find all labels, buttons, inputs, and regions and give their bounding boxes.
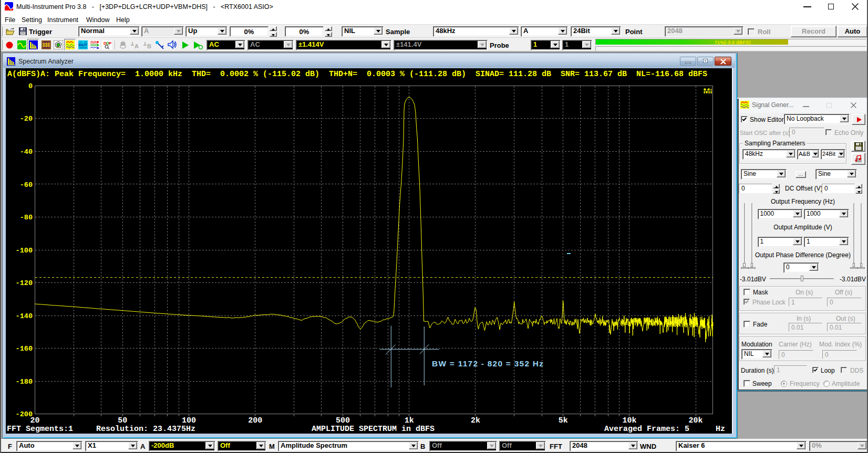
svg-text:FFT Segments:1: FFT Segments:1 — [7, 425, 73, 434]
svg-text:P: P — [109, 41, 112, 46]
svg-text:-140: -140 — [16, 312, 33, 320]
svg-text:20: 20 — [30, 416, 39, 425]
svg-text:-60: -60 — [20, 181, 33, 189]
svg-text:888: 888 — [43, 42, 50, 49]
svg-text:-40: -40 — [20, 148, 33, 156]
svg-text:-100: -100 — [16, 247, 33, 255]
svg-text:-80: -80 — [20, 214, 33, 222]
svg-text:0: 0 — [28, 82, 33, 90]
svg-text:A: A — [135, 43, 139, 49]
svg-text:Resolution: 23.4375Hz: Resolution: 23.4375Hz — [96, 425, 195, 434]
svg-text:1k: 1k — [405, 416, 414, 425]
svg-text:-180: -180 — [16, 378, 33, 386]
svg-text:5k: 5k — [559, 416, 568, 425]
svg-text:B: B — [147, 43, 151, 49]
svg-text:200: 200 — [248, 416, 262, 425]
svg-text:-160: -160 — [16, 345, 33, 353]
svg-text:-20: -20 — [20, 115, 33, 123]
svg-text:Hz: Hz — [716, 425, 725, 434]
svg-text:AMPLITUDE SPECTRUM in dBFS: AMPLITUDE SPECTRUM in dBFS — [312, 425, 435, 434]
svg-text:2k: 2k — [471, 416, 480, 425]
svg-text:10k: 10k — [622, 416, 636, 425]
svg-text:20k: 20k — [689, 416, 703, 425]
svg-text:-120: -120 — [16, 279, 33, 287]
svg-text:50: 50 — [118, 416, 127, 425]
svg-text:100: 100 — [182, 416, 196, 425]
svg-text:Averaged Frames: 5: Averaged Frames: 5 — [604, 425, 689, 434]
svg-text:BW = 1172 - 820 = 352 Hz: BW = 1172 - 820 = 352 Hz — [432, 359, 543, 368]
svg-text:500: 500 — [336, 416, 350, 425]
svg-text:DUT: DUT — [79, 43, 88, 47]
svg-text:A(dBFS)A: Peak Frequency= 1.0: A(dBFS)A: Peak Frequency= 1.0000 kHz THD… — [7, 70, 707, 79]
svg-text:Mi: Mi — [703, 86, 712, 95]
